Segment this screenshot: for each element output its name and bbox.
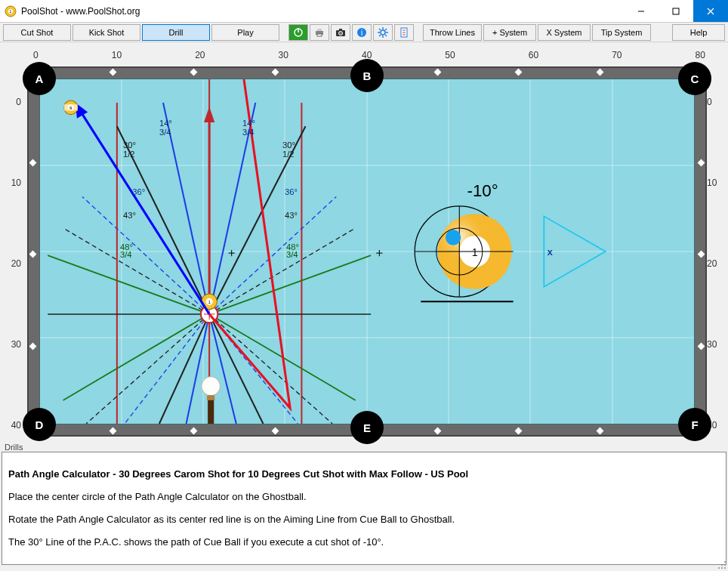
svg-text:3/4: 3/4 [159, 127, 171, 136]
svg-text:9: 9 [69, 105, 72, 110]
pocket-d: D [23, 408, 56, 441]
x-label: 10 [112, 50, 122, 60]
svg-point-98 [202, 377, 220, 396]
info-icon[interactable]: i [352, 24, 372, 41]
svg-text:30°: 30° [123, 140, 136, 150]
svg-line-52 [209, 228, 356, 314]
drills-tab[interactable]: Drills [2, 443, 726, 452]
svg-text:i: i [361, 29, 362, 37]
y-label: 40 [3, 420, 21, 431]
svg-point-101 [415, 206, 504, 297]
minimize-button[interactable] [624, 0, 659, 22]
camera-icon[interactable] [331, 24, 350, 41]
svg-point-103 [438, 214, 512, 289]
svg-point-96 [68, 104, 74, 110]
print-icon[interactable] [310, 24, 329, 41]
svg-text:x: x [547, 246, 553, 258]
drills-panel: Drills Path Angle Calculator - 30 Degree… [2, 443, 726, 569]
svg-text:36°: 36° [132, 187, 145, 196]
drill-line: The 30° Line of the P.A.C. shows the pat… [8, 536, 720, 548]
svg-point-110 [446, 230, 461, 245]
svg-rect-100 [207, 396, 214, 400]
y-label: 20 [3, 258, 21, 269]
y-label: 30 [3, 339, 21, 350]
settings-icon[interactable] [373, 24, 393, 41]
svg-line-55 [63, 314, 210, 400]
y-label: 0 [3, 97, 21, 107]
toolbar: Cut Shot Kick Shot Drill Play i Throw Li… [0, 23, 728, 42]
svg-text:1/2: 1/2 [282, 150, 295, 159]
plus-system-button[interactable]: + System [483, 24, 536, 41]
x-system-button[interactable]: X System [538, 24, 591, 41]
line-overlay: 1 14°3/414°3/4 30°1/230°1/2 36°36° 43°43… [40, 79, 694, 424]
y-label: 0 [707, 97, 725, 107]
svg-rect-10 [317, 29, 322, 31]
y-axis-labels-left: 0 10 20 30 40 [3, 97, 21, 431]
maximize-button[interactable] [659, 0, 693, 22]
svg-text:1: 1 [208, 299, 211, 304]
svg-marker-73 [76, 103, 88, 119]
svg-point-117 [721, 564, 723, 566]
resize-grip-icon[interactable] [717, 560, 726, 569]
svg-point-66 [201, 306, 217, 323]
pocket-e: E [350, 411, 384, 444]
pocket-a: A [23, 62, 56, 95]
svg-rect-11 [317, 34, 322, 36]
svg-line-47 [117, 126, 209, 314]
x-label: 0 [33, 50, 39, 60]
document-icon[interactable] [394, 24, 414, 41]
svg-line-62 [209, 314, 263, 424]
svg-text:3/4: 3/4 [286, 250, 298, 259]
help-button[interactable]: Help [672, 24, 725, 41]
svg-line-61 [159, 314, 209, 424]
svg-line-50 [209, 196, 336, 313]
pool-table[interactable]: A B C D E F [27, 66, 707, 437]
svg-line-59 [125, 314, 209, 424]
svg-line-72 [80, 110, 209, 313]
table-stage: 0 10 20 30 40 50 60 70 80 0 10 20 30 40 … [0, 42, 728, 443]
drill-heading: Path Angle Calculator - 30 Degrees Carom… [8, 468, 720, 480]
pocket-c: C [678, 62, 711, 95]
kick-shot-button[interactable]: Kick Shot [72, 24, 140, 41]
svg-point-13 [339, 31, 343, 35]
svg-line-48 [209, 126, 305, 314]
y-label: 20 [707, 258, 725, 269]
svg-point-115 [721, 567, 723, 569]
svg-text:43°: 43° [123, 211, 136, 220]
svg-text:1: 1 [10, 9, 12, 14]
svg-line-45 [163, 103, 209, 314]
y-label: 10 [707, 177, 725, 188]
pocket-f: F [678, 408, 711, 441]
svg-point-69 [202, 294, 217, 310]
drill-line: Rotate the Path Angle Calculator as its … [8, 514, 720, 525]
throw-lines-button[interactable]: Throw Lines [423, 24, 482, 41]
power-icon[interactable] [288, 24, 308, 41]
svg-rect-4 [673, 8, 679, 14]
svg-line-24 [385, 29, 387, 30]
cloth: 1 14°3/414°3/4 30°1/230°1/2 36°36° 43°43… [39, 79, 695, 424]
x-label: 30 [279, 50, 288, 60]
svg-line-57 [86, 314, 209, 424]
svg-line-56 [209, 314, 356, 400]
svg-point-17 [381, 30, 385, 35]
tip-system-button[interactable]: Tip System [592, 24, 651, 41]
svg-text:48°: 48° [120, 242, 133, 252]
svg-line-63 [187, 314, 210, 424]
svg-line-53 [48, 255, 209, 314]
drill-textbox[interactable]: Path Angle Calculator - 30 Degrees Carom… [2, 452, 726, 565]
svg-line-64 [209, 314, 236, 424]
svg-line-60 [209, 314, 298, 424]
svg-marker-44 [204, 106, 214, 122]
svg-point-70 [206, 298, 213, 305]
y-axis-labels-right: 0 10 20 30 40 [707, 97, 725, 431]
play-button[interactable]: Play [211, 24, 279, 41]
cut-shot-button[interactable]: Cut Shot [3, 24, 71, 41]
close-button[interactable] [693, 0, 728, 22]
svg-text:43°: 43° [285, 211, 298, 220]
x-label: 50 [445, 50, 455, 60]
svg-point-94 [64, 100, 78, 115]
svg-text:36°: 36° [285, 187, 298, 196]
svg-point-102 [438, 214, 512, 289]
drill-button[interactable]: Drill [142, 24, 210, 41]
title-bar: 1 PoolShot - www.PoolShot.org [0, 0, 728, 23]
